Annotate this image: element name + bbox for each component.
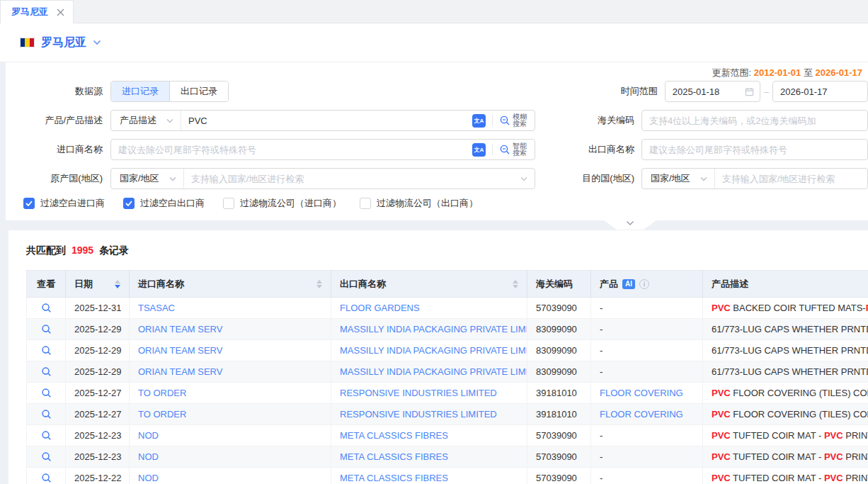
importer-cell: TSASAC	[130, 298, 331, 319]
summary-prefix: 共匹配到	[26, 244, 66, 256]
filter-blank-exporter-checkbox[interactable]: 过滤空白出口商	[123, 197, 205, 210]
origin-country-select[interactable]: 国家/地区	[111, 169, 184, 188]
importer-link[interactable]: NOD	[138, 473, 159, 483]
importer-link[interactable]: ORIAN TEAM SERV	[138, 366, 222, 377]
sort-exporter-control[interactable]	[513, 280, 518, 288]
view-cell	[27, 298, 66, 319]
filter-logistics-exporter-checkbox[interactable]: 过滤物流公司（出口商）	[360, 197, 478, 210]
date-range-separator: –	[764, 86, 769, 97]
view-record-button[interactable]	[40, 365, 53, 378]
exporter-link[interactable]: MASSILLY INDIA PACKAGING PRIVATE LIMI...	[340, 366, 527, 377]
exporter-input[interactable]	[642, 140, 867, 159]
tab-close-icon[interactable]	[57, 9, 64, 16]
destination-country-input[interactable]	[715, 169, 867, 188]
importer-link[interactable]: TO ORDER	[138, 388, 186, 398]
import-records-button[interactable]: 进口记录	[111, 81, 169, 101]
exporter-link[interactable]: META CLASSICS FIBRES	[340, 430, 448, 441]
exporter-link[interactable]: RESPONSIVE INDUSTRIES LIMITED	[340, 388, 497, 398]
view-cell	[27, 446, 66, 468]
table-row: 2025-12-29 ORIAN TEAM SERV MASSILLY INDI…	[27, 319, 868, 340]
description-cell: 61/773-LUG CAPS WHETHER PRNTD...	[703, 319, 868, 340]
origin-country-input[interactable]	[184, 169, 520, 188]
view-cell	[27, 340, 66, 361]
sort-importer-control[interactable]	[316, 280, 322, 288]
exporter-link[interactable]: FLOOR GARDENS	[340, 303, 420, 313]
chevron-down-icon[interactable]	[93, 40, 101, 45]
results-summary: 共匹配到 1995 条记录	[26, 244, 868, 257]
importer-link[interactable]: TO ORDER	[138, 409, 186, 420]
exporter-field	[641, 139, 868, 160]
update-range-label: 更新范围:	[712, 67, 752, 78]
view-record-button[interactable]	[40, 429, 53, 442]
search-icon	[499, 144, 510, 155]
update-range-end: 2026-01-17	[816, 67, 863, 78]
destination-country-select[interactable]: 国家/地区	[642, 169, 715, 188]
view-record-button[interactable]	[40, 386, 53, 400]
product-link[interactable]: FLOOR COVERING	[600, 388, 683, 398]
hs-code-cell: 57039090	[527, 425, 591, 446]
importer-input[interactable]	[111, 140, 472, 159]
sort-desc-icon	[316, 285, 322, 288]
exporter-cell: RESPONSIVE INDUSTRIES LIMITED	[331, 404, 527, 425]
description-cell: PVC TUFTED COIR MAT - PVC PRINT...	[703, 425, 868, 446]
exporter-link[interactable]: MASSILLY INDIA PACKAGING PRIVATE LIMI...	[340, 345, 527, 356]
importer-link[interactable]: NOD	[138, 451, 159, 462]
view-record-button[interactable]	[40, 471, 53, 484]
hs-code-cell: 83099090	[527, 361, 591, 383]
view-cell	[27, 383, 66, 404]
exporter-link[interactable]: RESPONSIVE INDUSTRIES LIMITED	[340, 409, 497, 420]
view-record-button[interactable]	[40, 407, 53, 421]
hs-code-input[interactable]	[642, 111, 867, 130]
calendar-icon	[745, 87, 754, 96]
importer-link[interactable]: TSASAC	[138, 303, 175, 313]
view-cell	[27, 425, 66, 446]
info-icon[interactable]: i	[639, 279, 649, 289]
product-input[interactable]	[181, 111, 472, 130]
view-record-button[interactable]	[40, 322, 53, 336]
time-range-start-input[interactable]: 2025-01-18	[665, 81, 760, 102]
collapse-filter-button[interactable]	[604, 220, 656, 230]
smart-search-button[interactable]: 智能搜索	[499, 142, 535, 157]
tab-romania[interactable]: 罗马尼亚	[0, 0, 74, 23]
checkbox-icon	[223, 198, 234, 209]
destination-country-label: 目的国(地区)	[535, 172, 634, 185]
exporter-link[interactable]: MASSILLY INDIA PACKAGING PRIVATE LIMI...	[340, 324, 527, 334]
time-range-end-input[interactable]: 2026-01-17	[772, 81, 868, 102]
translate-icon[interactable]: 文A	[472, 114, 486, 128]
exporter-link[interactable]: META CLASSICS FIBRES	[340, 451, 448, 462]
view-record-button[interactable]	[40, 450, 53, 463]
destination-country-field: 国家/地区	[641, 168, 868, 189]
export-records-button[interactable]: 出口记录	[169, 81, 228, 101]
chevron-down-icon[interactable]	[520, 176, 535, 181]
product-type-select[interactable]: 产品描述	[111, 111, 181, 130]
description-cell: 61/773-LUG CAPS WHETHER PRNTD...	[703, 340, 868, 361]
view-record-button[interactable]	[40, 344, 53, 357]
country-title[interactable]: 罗马尼亚	[41, 35, 86, 50]
exporter-cell: MASSILLY INDIA PACKAGING PRIVATE LIMI...	[331, 361, 527, 383]
col-description: 产品描述	[703, 271, 868, 298]
importer-cell: TO ORDER	[130, 404, 331, 425]
importer-link[interactable]: ORIAN TEAM SERV	[138, 345, 222, 356]
importer-link[interactable]: ORIAN TEAM SERV	[138, 324, 222, 334]
filter-logistics-importer-checkbox[interactable]: 过滤物流公司（进口商）	[223, 197, 341, 210]
country-header: 罗马尼亚	[0, 23, 868, 62]
origin-country-label: 原产国(地区)	[6, 172, 103, 185]
chevron-down-icon	[626, 220, 634, 226]
view-record-button[interactable]	[40, 301, 53, 315]
hs-code-field	[641, 110, 868, 131]
table-row: 2025-12-29 ORIAN TEAM SERV MASSILLY INDI…	[27, 340, 868, 361]
sort-date-control[interactable]	[115, 280, 120, 288]
table-row: 2025-12-23 NOD META CLASSICS FIBRES 5703…	[27, 446, 868, 468]
exporter-link[interactable]: META CLASSICS FIBRES	[340, 473, 448, 483]
checkbox-icon	[123, 198, 135, 209]
translate-icon[interactable]: 文A	[472, 143, 486, 157]
time-range-label: 时间范围	[559, 85, 658, 98]
data-source-label: 数据源	[6, 85, 103, 98]
importer-link[interactable]: NOD	[138, 430, 159, 441]
exporter-cell: MASSILLY INDIA PACKAGING PRIVATE LIMI...	[331, 319, 527, 340]
product-link[interactable]: FLOOR COVERING	[600, 409, 683, 420]
table-row: 2025-12-29 ORIAN TEAM SERV MASSILLY INDI…	[27, 361, 868, 383]
filter-blank-importer-checkbox[interactable]: 过滤空白进口商	[23, 197, 105, 210]
fuzzy-search-button[interactable]: 模糊搜索	[499, 113, 535, 128]
importer-cell: TO ORDER	[130, 383, 331, 404]
